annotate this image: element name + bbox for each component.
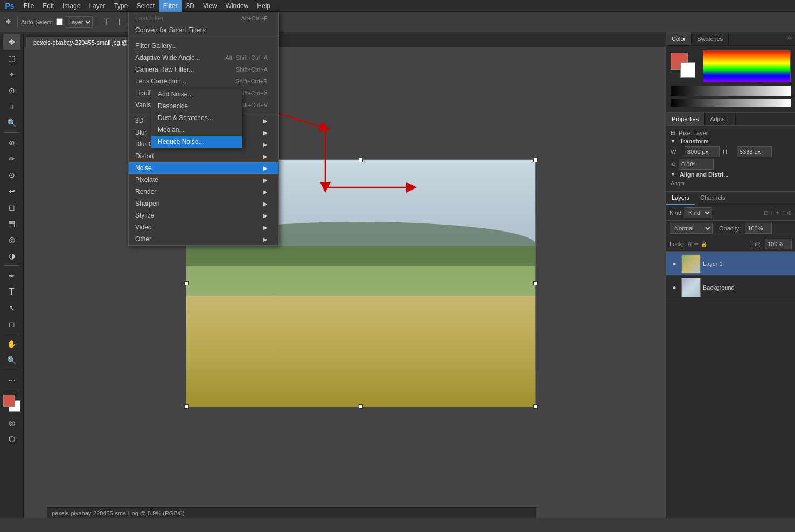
handle-mr[interactable] — [533, 281, 538, 285]
foreground-color-swatch[interactable] — [3, 395, 20, 412]
layer-select[interactable]: Layer — [66, 16, 93, 28]
layer-row-1[interactable]: ● Background — [666, 276, 795, 299]
h-input[interactable] — [737, 146, 772, 157]
menu-reduce-noise[interactable]: Reduce Noise... — [151, 136, 242, 148]
menu-image[interactable]: Image — [58, 0, 85, 12]
tab-properties[interactable]: Properties — [666, 113, 705, 125]
layer-visibility-0[interactable]: ● — [670, 259, 679, 269]
handle-br[interactable] — [533, 404, 538, 409]
menu-last-filter[interactable]: Last Filter Alt+Ctrl+F — [129, 12, 278, 24]
auto-select-checkbox[interactable] — [56, 18, 63, 25]
move-tool[interactable]: ✥ — [3, 34, 20, 50]
align-row: Align: — [671, 180, 791, 186]
blend-mode-select[interactable]: Normal — [670, 223, 713, 234]
menu-other[interactable]: Other ▶ — [129, 233, 278, 245]
dodge-tool[interactable]: ◑ — [3, 248, 20, 263]
handle-bc[interactable] — [359, 404, 363, 409]
transform-section[interactable]: ▼ Transform — [671, 138, 791, 144]
lasso-tool[interactable]: ⌖ — [3, 67, 20, 82]
eraser-tool[interactable]: ◻ — [3, 200, 20, 215]
menu-edit[interactable]: Edit — [38, 0, 58, 12]
menu-view[interactable]: View — [199, 0, 221, 12]
type-tool[interactable]: T — [3, 284, 20, 299]
menu-filter[interactable]: Filter — [159, 0, 182, 12]
lock-all-icon[interactable]: 🔒 — [701, 241, 707, 247]
sharpen-label: Sharpen — [135, 200, 159, 207]
history-brush[interactable]: ↩ — [3, 184, 20, 199]
collapse-right-panel[interactable]: ≫ — [784, 32, 795, 45]
menu-sharpen[interactable]: Sharpen ▶ — [129, 198, 278, 209]
menu-camera-raw[interactable]: Camera Raw Filter... Shift+Ctrl+A — [129, 64, 278, 75]
w-input[interactable] — [685, 146, 720, 157]
tab-color[interactable]: Color — [666, 32, 692, 45]
menu-window[interactable]: Window — [221, 0, 253, 12]
tab-layers[interactable]: Layers — [666, 192, 695, 205]
screen-mode[interactable]: ⬡ — [3, 431, 20, 446]
quick-select-tool[interactable]: ⊙ — [3, 83, 20, 98]
handle-tc[interactable] — [359, 158, 363, 162]
selection-tool[interactable]: ⬚ — [3, 51, 20, 66]
menu-despeckle[interactable]: Despeckle — [151, 100, 242, 112]
last-filter-shortcut: Alt+Ctrl+F — [230, 15, 268, 22]
transform-collapse-arrow: ▼ — [671, 138, 675, 144]
background-swatch[interactable] — [680, 62, 695, 78]
menu-noise[interactable]: Noise ▶ — [129, 162, 278, 174]
menu-filter-gallery[interactable]: Filter Gallery... — [129, 40, 278, 52]
lock-position-icon[interactable]: ✏ — [694, 241, 699, 247]
pen-tool[interactable]: ✒ — [3, 268, 20, 283]
path-select-tool[interactable]: ↖ — [3, 300, 20, 316]
kind-select[interactable]: Kind — [684, 207, 712, 218]
zoom-more[interactable]: ⋯ — [3, 373, 20, 388]
layer-visibility-1[interactable]: ● — [670, 283, 679, 292]
crop-tool[interactable]: ⌗ — [3, 99, 20, 114]
hand-tool[interactable]: ✋ — [3, 337, 20, 352]
shape-tool[interactable]: ◻ — [3, 317, 20, 332]
menu-stylize[interactable]: Stylize ▶ — [129, 209, 278, 221]
handle-ml[interactable] — [184, 281, 189, 285]
menu-lens-correction[interactable]: Lens Correction... Shift+Ctrl+R — [129, 75, 278, 87]
clone-tool[interactable]: ⊙ — [3, 167, 20, 183]
healing-tool[interactable]: ⊕ — [3, 135, 20, 150]
quick-mask[interactable]: ◎ — [3, 415, 20, 430]
align-btn-1[interactable]: ⊤ — [100, 15, 114, 29]
color-gradient-bar[interactable] — [671, 99, 791, 107]
tab-adjust[interactable]: Adjus... — [705, 113, 736, 125]
menu-3d[interactable]: 3D — [182, 0, 198, 12]
tab-swatches[interactable]: Swatches — [692, 32, 729, 45]
angle-input[interactable] — [679, 159, 714, 170]
menu-median[interactable]: Median... — [151, 124, 242, 136]
tab-channels[interactable]: Channels — [695, 192, 730, 205]
blur-tool[interactable]: ◎ — [3, 232, 20, 247]
menu-adaptive-wide[interactable]: Adaptive Wide Angle... Alt+Shift+Ctrl+A — [129, 52, 278, 64]
menu-dust-scratches[interactable]: Dust & Scratches... — [151, 112, 242, 124]
handle-tr[interactable] — [533, 158, 538, 162]
menu-add-noise[interactable]: Add Noise... — [151, 88, 242, 100]
handle-bl[interactable] — [184, 404, 189, 409]
fill-input[interactable] — [765, 239, 792, 249]
menu-video[interactable]: Video ▶ — [129, 221, 278, 233]
menu-help[interactable]: Help — [253, 0, 275, 12]
opacity-input[interactable] — [745, 223, 772, 234]
align-section[interactable]: ▼ Align and Distri... — [671, 171, 791, 178]
menu-type[interactable]: Type — [109, 0, 132, 12]
lock-pixel-icon[interactable]: ⊞ — [688, 241, 692, 247]
pixel-layer-icon: ⊞ — [671, 129, 675, 136]
color-spectrum-bar[interactable] — [703, 50, 791, 82]
layer-row-0[interactable]: ● Layer 1 — [666, 252, 795, 276]
align-btn-2[interactable]: ⊢ — [115, 15, 129, 29]
w-label: W — [671, 149, 681, 155]
menu-pixelate[interactable]: Pixelate ▶ — [129, 174, 278, 186]
menu-distort[interactable]: Distort ▶ — [129, 150, 278, 162]
menu-select[interactable]: Select — [132, 0, 158, 12]
menu-render[interactable]: Render ▶ — [129, 186, 278, 198]
menu-convert-smart[interactable]: Convert for Smart Filters — [129, 24, 278, 36]
auto-select-label: Auto-Select: — [21, 19, 53, 25]
brush-tool[interactable]: ✏ — [3, 151, 20, 166]
eyedropper-tool[interactable]: 🔍 — [3, 115, 20, 130]
zoom-tool[interactable]: 🔍 — [3, 353, 20, 368]
gradient-tool[interactable]: ▦ — [3, 216, 20, 231]
move-tool-options: ✥ — [3, 15, 14, 29]
adaptive-shortcut: Alt+Shift+Ctrl+A — [214, 54, 268, 61]
menu-file[interactable]: File — [19, 0, 38, 12]
menu-layer[interactable]: Layer — [85, 0, 109, 12]
